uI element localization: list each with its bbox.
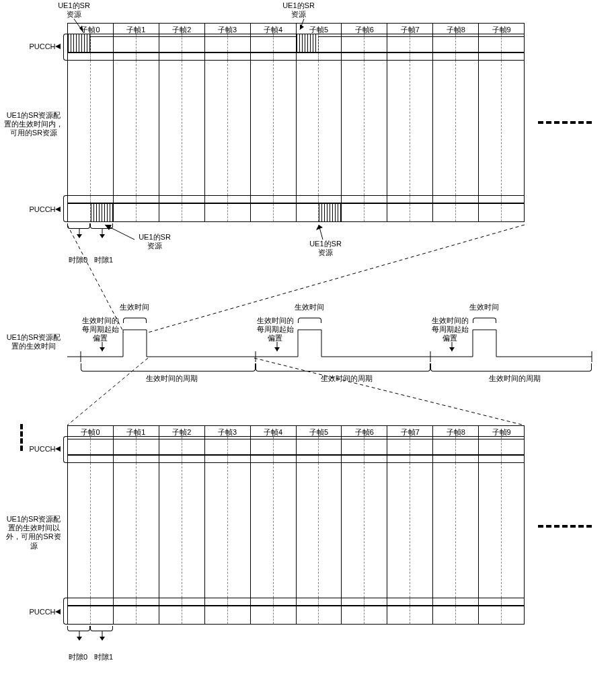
top-pucch-upper-row2 (67, 52, 525, 61)
svg-line-40 (254, 358, 525, 425)
label-slot0-bottom: 时隙0 (65, 653, 91, 662)
top-pucch-lower-row1 (67, 195, 525, 203)
bracket-pucch-bottom-lower (63, 598, 67, 625)
top-pucch-lower (67, 203, 525, 222)
label-offset-3: 生效时间的每周期起始偏置 (429, 316, 471, 343)
arrow-offset-1 (102, 342, 120, 354)
label-eff-3: 生效时间 (464, 303, 504, 312)
svg-marker-46 (100, 637, 105, 641)
continuation-bottom-left (20, 424, 23, 451)
svg-marker-5 (55, 207, 61, 212)
svg-marker-4 (55, 44, 61, 49)
bottom-pucch-upper (67, 436, 525, 455)
arrow-offset-3 (452, 342, 469, 354)
label-top-desc: UE1的SR资源配置的生效时间内，可用的SR资源 (4, 111, 63, 138)
bracket-pucch-top-upper (63, 34, 67, 61)
svg-marker-44 (77, 637, 82, 641)
bracket-eff-3 (473, 318, 496, 323)
svg-line-39 (67, 358, 148, 425)
svg-marker-41 (55, 446, 61, 452)
label-ue1-sr-top-mid: UE1的SR 资源 (278, 1, 319, 19)
label-ue1-sr-top-left: UE1的SR 资源 (54, 1, 94, 19)
svg-marker-42 (55, 609, 61, 614)
arrow-offset-2 (277, 342, 295, 354)
projection-bottom (67, 358, 605, 432)
bracket-pucch-bottom-upper (63, 436, 67, 463)
bottom-pucch-lower (67, 606, 525, 625)
arrow-slotlabel-bottom2 (98, 631, 106, 641)
continuation-bottom-right (538, 525, 592, 528)
continuation-top-right (538, 121, 592, 124)
top-pucch-upper (67, 34, 525, 52)
label-offset-2: 生效时间的每周期起始偏置 (254, 316, 296, 343)
label-eff-1: 生效时间 (114, 303, 155, 312)
bracket-slot1-bottom (90, 626, 113, 631)
bottom-grid-body (67, 463, 525, 598)
label-offset-1: 生效时间的每周期起始偏置 (79, 316, 121, 343)
bottom-pucch-lower-row1 (67, 598, 525, 606)
label-pucch-top-upper: PUCCH (26, 42, 59, 51)
label-slot1-bottom: 时隙1 (90, 653, 117, 662)
arrow-slotlabel-bottom (75, 631, 83, 641)
label-pucch-top-lower: PUCCH (26, 205, 59, 214)
bracket-eff-2 (298, 318, 321, 323)
diagram-root: UE1的SR 资源 UE1的SR 资源 子帧0 子帧1 子帧2 子帧3 子帧4 … (0, 0, 616, 673)
label-bottom-desc: UE1的SR资源配置的生效时间以外，可用的SR资源 (4, 515, 63, 551)
label-pucch-bottom-lower: PUCCH (26, 608, 59, 616)
label-timeline-desc: UE1的SR资源配置的生效时间 (4, 333, 63, 351)
bracket-eff-1 (123, 318, 147, 323)
top-grid-body (67, 61, 525, 195)
bracket-slot0-bottom (67, 626, 90, 631)
label-eff-2: 生效时间 (289, 303, 330, 312)
bracket-pucch-top-lower (63, 195, 67, 222)
bottom-pucch-upper-row2 (67, 455, 525, 463)
label-pucch-bottom-upper: PUCCH (26, 445, 59, 454)
